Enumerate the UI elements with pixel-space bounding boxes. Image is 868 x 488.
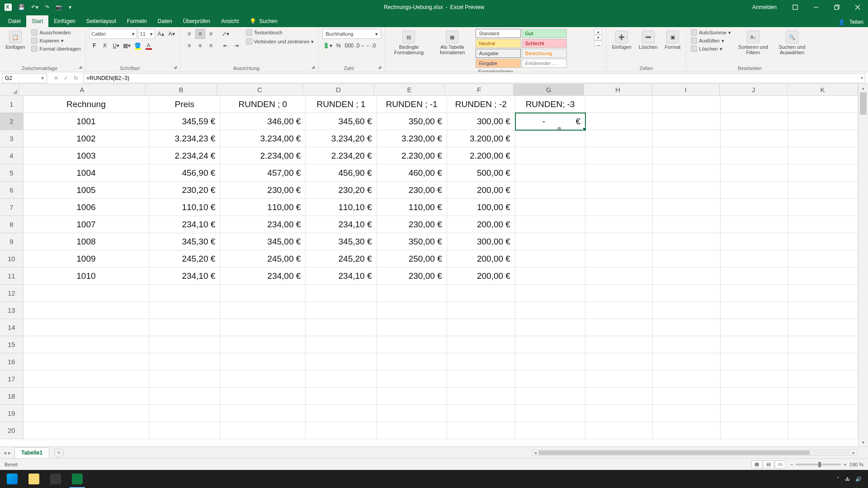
row-header-17[interactable]: 17 — [0, 371, 24, 388]
scroll-up-icon[interactable]: ▴ — [859, 84, 868, 92]
cell-D10[interactable]: 245,20 € — [306, 250, 377, 267]
tray-network-icon[interactable]: 🖧 — [845, 476, 850, 482]
align-bottom-button[interactable]: ≡ — [206, 29, 216, 39]
vertical-scrollbar[interactable]: ▴ ▾ — [858, 84, 868, 446]
cell-C16[interactable] — [220, 353, 306, 371]
number-dialog-launcher[interactable]: ◢ — [375, 65, 381, 71]
cell-D6[interactable]: 230,20 € — [306, 182, 377, 199]
cell-H11[interactable] — [585, 267, 653, 285]
style-input[interactable]: Eingabe — [476, 59, 521, 68]
cell-G3[interactable] — [515, 130, 585, 147]
cell-E19[interactable] — [377, 405, 447, 422]
cell-H13[interactable] — [585, 302, 653, 319]
cell-A13[interactable] — [24, 302, 149, 319]
cell-E16[interactable] — [377, 353, 447, 371]
cell-H18[interactable] — [585, 388, 653, 405]
cell-J18[interactable] — [721, 388, 788, 405]
cell-I19[interactable] — [653, 405, 720, 422]
cell-G12[interactable] — [515, 285, 585, 302]
cell-A15[interactable] — [24, 336, 149, 353]
cell-F18[interactable] — [447, 388, 515, 405]
cell-J16[interactable] — [721, 353, 788, 371]
qat-customize-icon[interactable]: ▾ — [69, 4, 71, 10]
cell-G17[interactable] — [515, 371, 585, 388]
column-header-K[interactable]: K — [788, 84, 858, 95]
cell-C15[interactable] — [220, 336, 306, 353]
cell-G7[interactable] — [515, 199, 585, 216]
cell-I17[interactable] — [653, 371, 720, 388]
cell-H17[interactable] — [585, 371, 653, 388]
cell-D2[interactable]: 345,60 € — [306, 113, 377, 130]
cell-B3[interactable]: 3.234,23 € — [149, 130, 220, 147]
column-header-D[interactable]: D — [303, 84, 374, 95]
cell-B17[interactable] — [149, 371, 220, 388]
cell-F10[interactable]: 200,00 € — [447, 250, 515, 267]
gallery-up-icon[interactable]: ▴ — [594, 29, 602, 34]
cell-C14[interactable] — [220, 319, 306, 336]
cell-H9[interactable] — [585, 233, 653, 250]
cell-D19[interactable] — [306, 405, 377, 422]
add-sheet-button[interactable]: ＋ — [54, 448, 64, 458]
cell-G16[interactable] — [515, 353, 585, 371]
horizontal-scrollbar[interactable]: ◂ ▸ — [532, 450, 857, 456]
cell-H7[interactable] — [585, 199, 653, 216]
cell-H6[interactable] — [585, 182, 653, 199]
column-header-C[interactable]: C — [217, 84, 303, 95]
underline-button[interactable]: U▾ — [111, 41, 121, 51]
number-format-combo[interactable]: Buchhaltung▾ — [322, 29, 381, 39]
cell-K3[interactable] — [788, 130, 858, 147]
cell-K7[interactable] — [788, 199, 858, 216]
zoom-control[interactable]: − + 190 % — [790, 462, 863, 467]
cell-D9[interactable]: 345,30 € — [306, 233, 377, 250]
cancel-formula-icon[interactable]: ✕ — [52, 75, 61, 81]
cell-E3[interactable]: 3.230,00 € — [377, 130, 447, 147]
cell-F5[interactable]: 500,00 € — [447, 164, 515, 182]
cell-I14[interactable] — [653, 319, 720, 336]
format-painter-button[interactable]: Format übertragen — [30, 45, 81, 52]
cell-I8[interactable] — [653, 216, 720, 233]
cell-E2[interactable]: 350,00 € — [377, 113, 447, 130]
restore-button[interactable] — [826, 0, 847, 14]
scroll-right-icon[interactable]: ▸ — [850, 450, 857, 455]
cell-A1[interactable]: Rechnung — [24, 96, 149, 113]
cell-D16[interactable] — [306, 353, 377, 371]
cell-I10[interactable] — [653, 250, 720, 267]
cell-K9[interactable] — [788, 233, 858, 250]
cell-B8[interactable]: 234,10 € — [149, 216, 220, 233]
cell-H12[interactable] — [585, 285, 653, 302]
tell-me-search[interactable]: 💡 Suchen — [244, 18, 283, 27]
cell-G6[interactable] — [515, 182, 585, 199]
cell-B13[interactable] — [149, 302, 220, 319]
cell-D14[interactable] — [306, 319, 377, 336]
clear-button[interactable]: Löschen ▾ — [690, 45, 732, 52]
cell-D1[interactable]: RUNDEN ; 1 — [306, 96, 377, 113]
start-button[interactable] — [2, 470, 23, 488]
cell-K19[interactable] — [788, 405, 858, 422]
qat-undo-icon[interactable]: ↶▾ — [31, 4, 38, 10]
minimize-button[interactable] — [806, 0, 826, 14]
cell-A5[interactable]: 1004 — [24, 164, 149, 182]
alignment-dialog-launcher[interactable]: ◢ — [308, 65, 315, 71]
cell-J6[interactable] — [721, 182, 788, 199]
cell-K12[interactable] — [788, 285, 858, 302]
conditional-formatting-button[interactable]: ▤Bedingte Formatierung — [389, 29, 429, 57]
sheet-nav-first-icon[interactable]: ◂ — [4, 450, 6, 456]
expand-formula-bar-icon[interactable]: ▾ — [861, 75, 863, 80]
cell-H14[interactable] — [585, 319, 653, 336]
cell-H10[interactable] — [585, 250, 653, 267]
cell-A18[interactable] — [24, 388, 149, 405]
cell-F20[interactable] — [447, 422, 515, 439]
cell-H5[interactable] — [585, 164, 653, 182]
paste-button[interactable]: 📋 Einfügen — [4, 29, 27, 52]
merge-center-button[interactable]: Verbinden und zentrieren ▾ — [245, 38, 315, 45]
cell-D13[interactable] — [306, 302, 377, 319]
share-button[interactable]: Teilen — [849, 19, 863, 25]
cell-B1[interactable]: Preis — [149, 96, 220, 113]
cell-I15[interactable] — [653, 336, 720, 353]
hscroll-thumb[interactable] — [538, 450, 810, 455]
cell-A20[interactable] — [24, 422, 149, 439]
cell-D12[interactable] — [306, 285, 377, 302]
row-header-4[interactable]: 4 — [0, 147, 24, 164]
row-header-20[interactable]: 20 — [0, 422, 24, 439]
cell-K2[interactable] — [788, 113, 858, 130]
